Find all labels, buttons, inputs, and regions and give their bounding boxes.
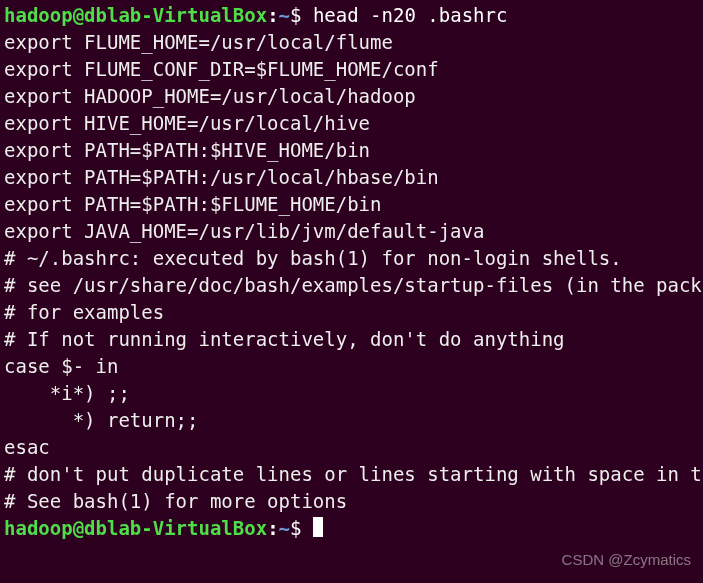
- prompt-symbol: $: [290, 517, 313, 539]
- output-line: export PATH=$PATH:$HIVE_HOME/bin: [4, 137, 699, 164]
- output-line: export PATH=$PATH:$FLUME_HOME/bin: [4, 191, 699, 218]
- prompt-host: dblab-VirtualBox: [84, 517, 267, 539]
- prompt-line-2[interactable]: hadoop@dblab-VirtualBox:~$: [4, 515, 699, 542]
- output-line: export JAVA_HOME=/usr/lib/jvm/default-ja…: [4, 218, 699, 245]
- output-line: *i*) ;;: [4, 380, 699, 407]
- output-line: export HADOOP_HOME=/usr/local/hadoop: [4, 83, 699, 110]
- output-line: # don't put duplicate lines or lines sta…: [4, 461, 699, 488]
- output-line: *) return;;: [4, 407, 699, 434]
- output-line: # see /usr/share/doc/bash/examples/start…: [4, 272, 699, 299]
- prompt-colon: :: [267, 517, 278, 539]
- prompt-symbol: $: [290, 4, 313, 26]
- output-line: # for examples: [4, 299, 699, 326]
- prompt-at: @: [73, 4, 84, 26]
- prompt-user: hadoop: [4, 4, 73, 26]
- prompt-host: dblab-VirtualBox: [84, 4, 267, 26]
- watermark-text: CSDN @Zcymatics: [562, 546, 691, 573]
- output-line: case $- in: [4, 353, 699, 380]
- prompt-colon: :: [267, 4, 278, 26]
- output-line: esac: [4, 434, 699, 461]
- output-line: export FLUME_HOME=/usr/local/flume: [4, 29, 699, 56]
- output-line: # ~/.bashrc: executed by bash(1) for non…: [4, 245, 699, 272]
- prompt-user: hadoop: [4, 517, 73, 539]
- cursor-icon: [313, 517, 323, 537]
- prompt-line-1: hadoop@dblab-VirtualBox:~$ head -n20 .ba…: [4, 2, 699, 29]
- terminal[interactable]: hadoop@dblab-VirtualBox:~$ head -n20 .ba…: [0, 0, 703, 544]
- output-line: # If not running interactively, don't do…: [4, 326, 699, 353]
- prompt-path: ~: [279, 4, 290, 26]
- output-line: export HIVE_HOME=/usr/local/hive: [4, 110, 699, 137]
- command-text: head -n20 .bashrc: [313, 4, 507, 26]
- prompt-path: ~: [279, 517, 290, 539]
- prompt-at: @: [73, 517, 84, 539]
- output-line: export PATH=$PATH:/usr/local/hbase/bin: [4, 164, 699, 191]
- output-line: export FLUME_CONF_DIR=$FLUME_HOME/conf: [4, 56, 699, 83]
- output-line: # See bash(1) for more options: [4, 488, 699, 515]
